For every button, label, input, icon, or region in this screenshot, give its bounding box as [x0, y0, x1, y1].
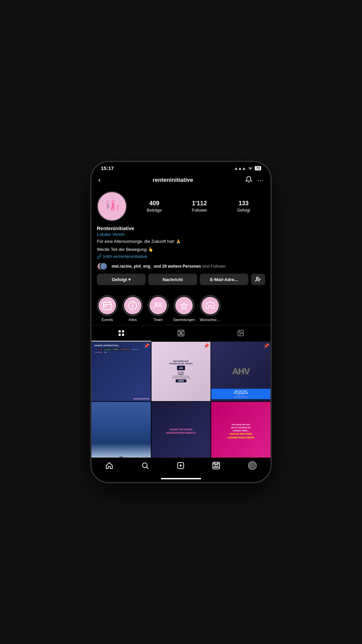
stat-posts[interactable]: 409 Beiträge	[147, 200, 162, 213]
following-count: 133	[237, 200, 250, 207]
svg-point-1	[106, 200, 109, 204]
svg-point-10	[116, 202, 119, 205]
highlight-infos[interactable]: Infos	[122, 295, 143, 322]
mutual-names: mel.racine, phil_eng_ und 29 weitere Per…	[112, 264, 201, 269]
svg-point-26	[159, 303, 162, 305]
highlight-sammlungen[interactable]: Sammlungen	[173, 295, 195, 322]
message-button[interactable]: Nachricht	[148, 274, 197, 285]
svg-rect-21	[105, 306, 106, 307]
profile-category[interactable]: Lokaler Verein	[97, 232, 265, 237]
top-nav: ‹ renteninitiative ···	[92, 172, 270, 188]
profile-name: Renteninitiative	[97, 225, 265, 231]
following-label: Gefolgt	[237, 208, 250, 213]
home-indicator-container	[92, 476, 270, 482]
profile-link[interactable]: linktr.ee/renteninitiative	[97, 254, 265, 259]
link-text[interactable]: linktr.ee/renteninitiative	[103, 254, 147, 259]
svg-rect-28	[122, 330, 124, 332]
profile-stats: 409 Beiträge 1'112 Follower 133 Gefolgt	[132, 200, 265, 213]
svg-rect-9	[113, 207, 114, 211]
post-2[interactable]: RENTENINITIATIVEFÜR EINE AHV MIT ZUKUNFT…	[152, 342, 211, 401]
email-button[interactable]: E-Mail-Adre...	[200, 274, 248, 285]
following-button[interactable]: Gefolgt ▾	[97, 274, 145, 285]
svg-point-25	[155, 303, 158, 305]
mutual-avatars	[97, 262, 105, 270]
tab-reels[interactable]	[151, 325, 211, 341]
highlight-circle-events	[97, 295, 118, 316]
tab-tagged[interactable]	[211, 325, 270, 341]
pin-icon-2: 📌	[203, 343, 209, 348]
status-icons: ▲▲▲ 73	[234, 166, 261, 171]
avatar	[97, 191, 127, 221]
svg-point-41	[239, 331, 240, 333]
battery-icon: 73	[255, 166, 261, 170]
home-indicator	[161, 478, 201, 479]
svg-point-24	[132, 303, 133, 304]
signal-icon: ▲▲▲	[234, 166, 246, 171]
post-3[interactable]: AHV DIE AHV HATEIN PROBLEM Swipe next → …	[211, 342, 270, 401]
nav-search[interactable]	[141, 462, 149, 470]
stat-followers[interactable]: 1'112 Follower	[192, 200, 207, 213]
svg-rect-30	[122, 334, 124, 336]
profile-header: 409 Beiträge 1'112 Follower 133 Gefolgt	[97, 191, 265, 221]
svg-point-6	[111, 200, 115, 203]
status-bar: 15:17 ▲▲▲ 73	[92, 162, 270, 172]
svg-point-14	[256, 277, 258, 279]
post-5[interactable]: DANKE FÜR EURENGROSSARTIGEN EINSATZ!	[152, 402, 211, 458]
highlight-circle-sammlungen	[174, 295, 194, 316]
nav-right: ···	[245, 176, 264, 184]
back-button[interactable]: ‹	[98, 176, 101, 184]
mutual-avatar-2	[100, 262, 108, 270]
post-4[interactable]: ■	[92, 402, 151, 458]
status-time: 15:17	[101, 165, 114, 171]
bottom-nav	[92, 458, 270, 476]
highlights-row[interactable]: Events Infos	[92, 292, 270, 325]
svg-rect-12	[116, 208, 117, 211]
profile-bio-line2: Werde Teil der Bewegung 👆	[97, 246, 265, 253]
profile-bio-line1: Für eine Altersvorsorge, die Zukunft hat…	[97, 238, 265, 245]
highlight-label-infos: Infos	[129, 318, 137, 322]
post-1[interactable]: UNSERE UNTERSTÜTZE... FDP SVP grünlibera…	[92, 342, 151, 401]
svg-point-48	[215, 464, 218, 467]
nav-profile[interactable]	[248, 461, 257, 470]
highlight-wunschsc[interactable]: Wunschsc…	[200, 295, 221, 322]
svg-rect-13	[118, 208, 119, 211]
pin-icon-3: 📌	[263, 343, 269, 348]
nav-add[interactable]	[177, 462, 185, 470]
svg-rect-29	[119, 334, 121, 336]
nav-reels[interactable]	[212, 462, 220, 470]
post-6[interactable]: SOLANGE DIE AHVNICHT NACHHALTIGSANIERT W…	[211, 402, 270, 458]
posts-grid: UNSERE UNTERSTÜTZE... FDP SVP grünlibera…	[92, 342, 270, 458]
chevron-down-icon: ▾	[128, 277, 131, 282]
svg-point-42	[142, 463, 147, 468]
posts-label: Beiträge	[147, 208, 162, 213]
content-tabs	[92, 325, 270, 342]
profile-section: 409 Beiträge 1'112 Follower 133 Gefolgt	[92, 188, 270, 292]
nav-home[interactable]	[105, 462, 113, 470]
highlight-team[interactable]: Team	[148, 295, 169, 322]
more-icon[interactable]: ···	[257, 176, 264, 184]
mutual-followers: mel.racine, phil_eng_ und 29 weitere Per…	[97, 262, 265, 270]
svg-line-43	[146, 467, 148, 469]
svg-rect-47	[213, 462, 220, 469]
svg-rect-17	[103, 302, 111, 310]
highlight-circle-infos	[122, 295, 143, 316]
svg-rect-8	[111, 207, 112, 211]
highlight-label-events: Events	[102, 318, 113, 322]
highlight-circle-team	[148, 295, 169, 316]
highlight-label-sammlungen: Sammlungen	[173, 318, 195, 322]
followers-label: Follower	[192, 208, 207, 213]
main-scroll[interactable]: ‹ renteninitiative ···	[92, 172, 270, 458]
bell-icon[interactable]	[245, 176, 252, 184]
highlight-events[interactable]: Events	[97, 295, 118, 322]
highlight-circle-wunschsc	[200, 295, 221, 316]
add-person-button[interactable]	[251, 274, 265, 285]
tab-grid[interactable]	[92, 325, 151, 341]
profile-username: renteninitiative	[153, 177, 193, 183]
stat-following[interactable]: 133 Gefolgt	[237, 200, 250, 213]
phone-screen: 15:17 ▲▲▲ 73 ‹ renteninitiative	[92, 162, 270, 482]
svg-point-33	[181, 333, 182, 334]
action-buttons: Gefolgt ▾ Nachricht E-Mail-Adre...	[97, 274, 265, 285]
followers-count: 1'112	[192, 200, 207, 207]
posts-count: 409	[147, 200, 162, 207]
wifi-icon	[248, 166, 253, 171]
